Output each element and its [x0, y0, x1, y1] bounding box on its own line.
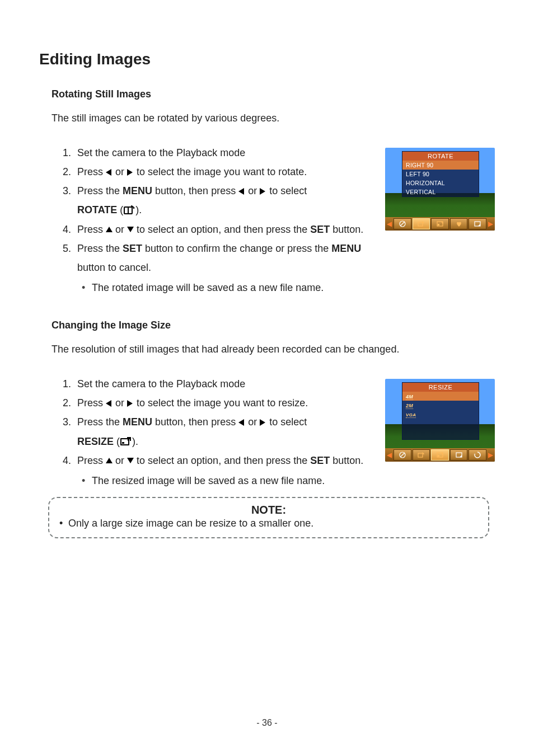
cam-option: VERTICAL: [402, 187, 479, 196]
right-arrow-icon: [127, 400, 134, 407]
left-arrow-icon: ◀: [386, 451, 392, 459]
sticker-icon: [469, 218, 486, 229]
up-arrow-icon: [106, 458, 113, 464]
list-item: Press the SET button to confirm the chan…: [74, 239, 372, 298]
right-arrow-icon: ▶: [488, 220, 494, 228]
note-title: NOTE:: [58, 504, 479, 516]
down-arrow-icon: [127, 227, 134, 233]
page-number: - 36 -: [0, 718, 534, 728]
rotate-icon: [123, 205, 135, 215]
cam-option: HORIZONTAL: [402, 179, 479, 187]
section2-heading: Changing the Image Size: [51, 320, 495, 331]
section-rotating: Rotating Still Images The still images c…: [39, 88, 495, 297]
page-title: Editing Images: [39, 50, 495, 68]
document-page: Editing Images Rotating Still Images The…: [0, 0, 534, 756]
cam-icon-bar: ◀ ▶: [385, 448, 495, 462]
list-item: Press the MENU button, then press or to …: [74, 181, 372, 219]
cam-option: 2M: [402, 401, 479, 410]
left-arrow-icon: [106, 169, 113, 176]
right-arrow-icon: ▶: [488, 451, 494, 459]
section1-heading: Rotating Still Images: [51, 88, 495, 100]
list-item: Press the MENU button, then press or to …: [74, 412, 372, 450]
note-body: Only a large size image can be resize to…: [58, 518, 479, 529]
bullet-item: The rotated image will be saved as a new…: [92, 278, 372, 297]
list-item: Set the camera to the Playback mode: [74, 374, 372, 393]
left-arrow-icon: [106, 400, 113, 407]
right-arrow-icon: [260, 419, 266, 426]
cam-option: VGA: [402, 410, 479, 419]
list-item: Set the camera to the Playback mode: [74, 143, 372, 162]
sticker-icon: [450, 449, 468, 461]
resize-icon: [431, 218, 449, 229]
right-arrow-icon: [260, 188, 266, 195]
resize-menu-screenshot: RESIZE 4M 2M VGA ◀ ▶: [385, 379, 495, 462]
right-arrow-icon: [127, 169, 134, 176]
resize-icon: [431, 449, 449, 461]
bullet-item: The resized image will be saved as a new…: [92, 471, 372, 490]
cam-option: LEFT 90: [402, 170, 479, 179]
list-item: Press or to select the image you want to…: [74, 393, 372, 412]
slideshow-icon: [394, 449, 411, 461]
section2-intro: The resolution of still images that had …: [51, 341, 495, 358]
reset-icon: [469, 449, 486, 461]
cam-option-selected: 4M: [402, 392, 479, 401]
cam-option-selected: RIGHT 90: [402, 161, 479, 170]
list-item: Press or to select an option, and then p…: [74, 220, 372, 239]
list-item: Press or to select an option, and then p…: [74, 451, 372, 490]
note-line: Only a large size image can be resize to…: [68, 518, 479, 529]
left-arrow-icon: ◀: [386, 220, 392, 228]
list-item: Press or to select the image you want to…: [74, 162, 372, 181]
section-resizing: Changing the Image Size The resolution o…: [39, 320, 495, 538]
slideshow-icon: [394, 218, 411, 229]
section1-intro: The still images can be rotated by vario…: [51, 110, 495, 126]
rotate-icon: [413, 218, 430, 229]
cam-menu-title: RESIZE: [402, 383, 479, 392]
up-arrow-icon: [106, 227, 113, 233]
rotate-menu-screenshot: ROTATE RIGHT 90 LEFT 90 HORIZONTAL VERTI…: [385, 148, 495, 231]
cam-option-blank: [402, 419, 479, 429]
section2-steps: Set the camera to the Playback mode Pres…: [51, 374, 372, 490]
section1-steps: Set the camera to the Playback mode Pres…: [51, 143, 372, 298]
cam-menu-title: ROTATE: [402, 152, 479, 161]
cam-option-blank: [402, 429, 479, 439]
left-arrow-icon: [238, 419, 245, 426]
rotate-icon: [413, 449, 430, 461]
left-arrow-icon: [238, 188, 245, 195]
cam-icon-bar: ◀ ▶: [385, 217, 495, 231]
heart-icon: [450, 218, 468, 229]
resize-icon: [120, 436, 132, 447]
down-arrow-icon: [127, 458, 134, 464]
note-box: NOTE: Only a large size image can be res…: [48, 497, 489, 538]
